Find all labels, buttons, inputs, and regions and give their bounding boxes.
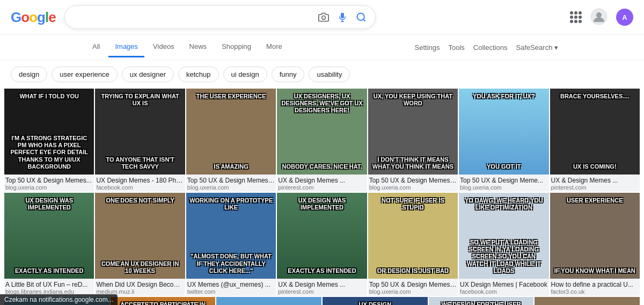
filter-chips: designuser experienceux designerketchupu… (0, 60, 644, 89)
image-item[interactable]: UX DESIGN WAS IMPLEMENTEDEXACTLY AS INTE… (4, 193, 94, 296)
image-caption: UX & Design Memes ...pinterest.com (277, 279, 367, 296)
image-caption: UX Design Memes - 180 Photos - 2 ...face… (95, 175, 185, 192)
image-source: facebook.com (96, 184, 184, 191)
image-caption: When Did UX Design Become So Easy ...med… (95, 279, 185, 296)
logo-letter-e: e (48, 9, 55, 25)
safe-search-link[interactable]: SafeSearch ▾ (516, 43, 558, 52)
image-title: Top 50 UX & Design Memes on t... (369, 177, 457, 184)
svg-point-0 (321, 16, 325, 20)
image-source: blog.uxeria.com (369, 184, 457, 191)
apps-button[interactable] (570, 11, 582, 23)
filter-chip-ui-design[interactable]: ui design (223, 67, 267, 82)
logo-letter-o1: o (21, 9, 29, 25)
image-caption: A Little Bit of UX Fun – reD...blogs.lib… (4, 279, 94, 296)
filter-chip-user-experience[interactable]: user experience (52, 67, 118, 82)
image-caption: Top 50 UX & Design Meme...blog.uxeria.co… (459, 175, 548, 192)
tab-images[interactable]: Images (108, 37, 144, 57)
image-source: pinterest.com (551, 184, 639, 191)
image-caption: UX & Design Memes ...pinterest.com (277, 175, 367, 192)
image-title: UX & Design Memes ... (551, 177, 639, 184)
image-grid: WHAT IF I TOLD YOUI'M A STRONG STRATEGIC… (0, 89, 644, 305)
image-source: blog.uxeria.com (187, 184, 275, 191)
tab-news[interactable]: News (183, 37, 214, 57)
logo-letter-g2: g (37, 9, 45, 25)
voice-search-button[interactable] (336, 10, 348, 24)
image-item[interactable]: TRYING TO EXPLAIN WHAT UX ISTO ANYONE TH… (95, 89, 185, 192)
image-title: UX Design Memes - 180 Photos - 2 ... (96, 177, 184, 184)
image-item[interactable] (216, 297, 321, 305)
filter-chip-funny[interactable]: funny (272, 67, 305, 82)
tab-shopping[interactable]: Shopping (215, 37, 258, 57)
camera-search-button[interactable] (317, 11, 330, 24)
image-row-0: WHAT IF I TOLD YOUI'M A STRONG STRATEGIC… (4, 89, 640, 192)
filter-chip-ketchup[interactable]: ketchup (178, 67, 219, 82)
search-icons (317, 10, 368, 24)
collections-link[interactable]: Collections (473, 43, 508, 52)
search-input[interactable]: ux meme (72, 12, 313, 22)
google-logo[interactable]: Google (11, 9, 56, 26)
image-source: factor3.co.uk (551, 288, 639, 295)
header: Google ux meme (0, 0, 644, 35)
image-title: Top 50 UX & Design Memes on the ... (369, 281, 457, 288)
image-item[interactable]: UX DESIGN WAS IMPLEMENTEDEXACTLY AS INTE… (277, 193, 367, 296)
image-title: Top 50 UX & Design Meme... (460, 177, 547, 184)
image-caption: How to define a practical U...factor3.co… (550, 279, 640, 296)
image-source: pinterest.com (278, 288, 365, 295)
filter-chip-ux-designer[interactable]: ux designer (122, 67, 174, 82)
image-item[interactable] (535, 297, 640, 305)
logo-letter-o2: o (29, 9, 37, 25)
search-button[interactable] (355, 11, 368, 24)
image-item[interactable]: we design for the user down here (429, 297, 534, 305)
apps-grid-icon (570, 11, 582, 23)
image-title: When Did UX Design Become So Easy ... (96, 281, 184, 288)
tab-videos[interactable]: Videos (147, 37, 181, 57)
image-item[interactable]: NOT SURE IF USER IS STUPIDOR DESIGN IS J… (368, 193, 458, 296)
image-source: blog.uxeria.com (369, 288, 457, 295)
image-title: UX Memes (@ux_memes) ... (187, 281, 275, 288)
logo-letter-g: G (11, 9, 21, 25)
filter-chip-design[interactable]: design (11, 67, 47, 82)
tab-more[interactable]: More (260, 37, 289, 57)
image-item[interactable]: ONE DOES NOT SIMPLYCOME AN UX DESIGNER I… (95, 193, 185, 296)
image-caption: Top 50 UX & Design Memes...blog.uxeria.c… (4, 175, 94, 192)
image-source: facebook.com (460, 288, 547, 295)
image-item[interactable]: YOU ASK FOR IT, UX?YOU GOT ITTop 50 UX &… (459, 89, 548, 192)
image-item[interactable]: UX, YOU KEEP USING THAT WORDI DON'T THIN… (368, 89, 458, 192)
search-bar: ux meme (64, 5, 376, 29)
image-source: blog.uxeria.com (460, 184, 547, 191)
image-item[interactable]: UX DESIGN (323, 297, 428, 305)
image-source: blog.uxeria.com (5, 184, 93, 191)
image-item[interactable]: BRACE YOURSELVES....UX IS COMING!UX & De… (550, 89, 640, 192)
tools-link[interactable]: Tools (449, 43, 465, 52)
account-icon-button[interactable] (590, 8, 608, 27)
settings-link[interactable]: Settings (415, 43, 440, 52)
image-item[interactable]: USER EXPERIENCEIF YOU KNOW WHAT I MEANHo… (550, 193, 640, 296)
image-item[interactable]: ACCEPTS TO PARTICIPATE IN STUDY (111, 297, 216, 305)
image-title: How to define a practical U... (551, 281, 639, 288)
image-title: UX Design Memes | Facebook (460, 281, 547, 288)
image-source: twitter.com (187, 288, 275, 295)
avatar[interactable]: A (616, 9, 633, 26)
image-item[interactable]: UX DESIGNERS, UX DESIGNERS, WE'VE GOT UX… (277, 89, 367, 192)
svg-point-6 (596, 12, 602, 18)
status-bar: Czekam na notifications.google.com... (0, 294, 118, 305)
nav-right: Settings Tools Collections SafeSearch ▾ (415, 43, 558, 52)
image-title: Top 50 UX & Design Memes o... (187, 177, 275, 184)
image-source: pinterest.com (278, 184, 365, 191)
image-title: UX & Design Memes ... (278, 177, 365, 184)
image-item[interactable]: WORKING ON A PROTOTYPE LIKE"ALMOST DONE,… (186, 193, 276, 296)
image-caption: UX Memes (@ux_memes) ...twitter.com (186, 279, 276, 296)
svg-point-3 (357, 13, 364, 20)
avatar-initial: A (622, 13, 627, 21)
image-caption: Top 50 UX & Design Memes o...blog.uxeria… (186, 175, 276, 192)
image-item[interactable]: THE USER EXPERIENCEIS AMAZINGTop 50 UX &… (186, 89, 276, 192)
nav-tabs: All Images Videos News Shopping More Set… (0, 35, 644, 60)
image-item[interactable]: YO DAWG, WE HEARD YOU LIKE OPTIMIZATIONS… (459, 193, 548, 296)
image-item[interactable]: WHAT IF I TOLD YOUI'M A STRONG STRATEGIC… (4, 89, 94, 192)
image-caption: Top 50 UX & Design Memes on the ...blog.… (368, 279, 458, 296)
image-title: Top 50 UX & Design Memes... (5, 177, 93, 184)
filter-chip-usability[interactable]: usability (309, 67, 350, 82)
tab-all[interactable]: All (86, 37, 106, 57)
image-row-1: UX DESIGN WAS IMPLEMENTEDEXACTLY AS INTE… (4, 193, 640, 296)
image-caption: UX Design Memes | Facebookfacebook.com (459, 279, 548, 296)
